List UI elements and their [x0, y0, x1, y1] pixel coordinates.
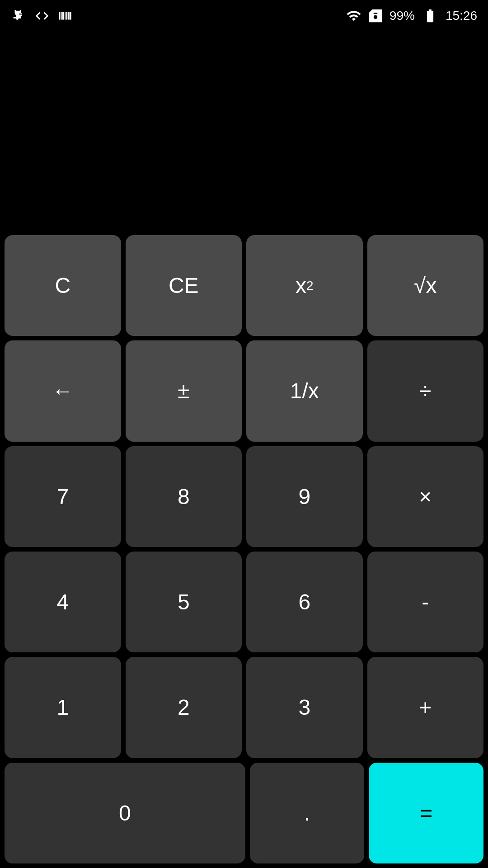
btn-back[interactable]: ←	[5, 340, 121, 441]
btn-1[interactable]: 1	[5, 657, 121, 758]
btn-reciprocal[interactable]: 1/x	[246, 340, 363, 441]
btn-3[interactable]: 3	[246, 657, 363, 758]
btn-ce[interactable]: CE	[126, 235, 242, 336]
btn-x2[interactable]: x2	[246, 235, 363, 336]
key-row-5: 1 2 3 +	[5, 657, 483, 758]
btn-multiply[interactable]: ×	[367, 446, 484, 547]
sim-icon	[368, 8, 383, 24]
wifi-icon	[346, 8, 361, 24]
battery-percent: 99%	[389, 9, 415, 23]
key-row-4: 4 5 6 -	[5, 552, 483, 652]
btn-divide[interactable]: ÷	[367, 340, 484, 441]
btn-6[interactable]: 6	[246, 552, 363, 652]
btn-9[interactable]: 9	[246, 446, 363, 547]
btn-5[interactable]: 5	[126, 552, 242, 652]
btn-0[interactable]: 0	[5, 763, 245, 863]
keypad: C CE x2 √x ← ± 1/x ÷ 7 8 9 × 4 5 6 - 1 2…	[0, 231, 488, 868]
btn-plus[interactable]: +	[367, 657, 484, 758]
status-right-icons: 99% 15:26	[346, 8, 477, 24]
btn-sqrt[interactable]: √x	[367, 235, 484, 336]
code-icon	[34, 8, 50, 24]
btn-c[interactable]: C	[5, 235, 121, 336]
btn-dot[interactable]: .	[250, 763, 365, 863]
status-bar: 99% 15:26	[0, 0, 488, 32]
status-left-icons	[11, 8, 73, 24]
barcode-icon	[58, 8, 73, 24]
btn-8[interactable]: 8	[126, 446, 242, 547]
clock-time: 15:26	[446, 9, 477, 23]
btn-4[interactable]: 4	[5, 552, 121, 652]
key-row-1: C CE x2 √x	[5, 235, 483, 336]
btn-2[interactable]: 2	[126, 657, 242, 758]
btn-plusminus[interactable]: ±	[126, 340, 242, 441]
key-row-3: 7 8 9 ×	[5, 446, 483, 547]
key-row-2: ← ± 1/x ÷	[5, 340, 483, 441]
battery-icon	[421, 8, 439, 24]
btn-minus[interactable]: -	[367, 552, 484, 652]
btn-equals[interactable]: =	[369, 763, 483, 863]
btn-7[interactable]: 7	[5, 446, 121, 547]
display-area	[0, 32, 488, 231]
usb-icon	[11, 8, 26, 24]
key-row-6: 0 . =	[5, 763, 483, 863]
